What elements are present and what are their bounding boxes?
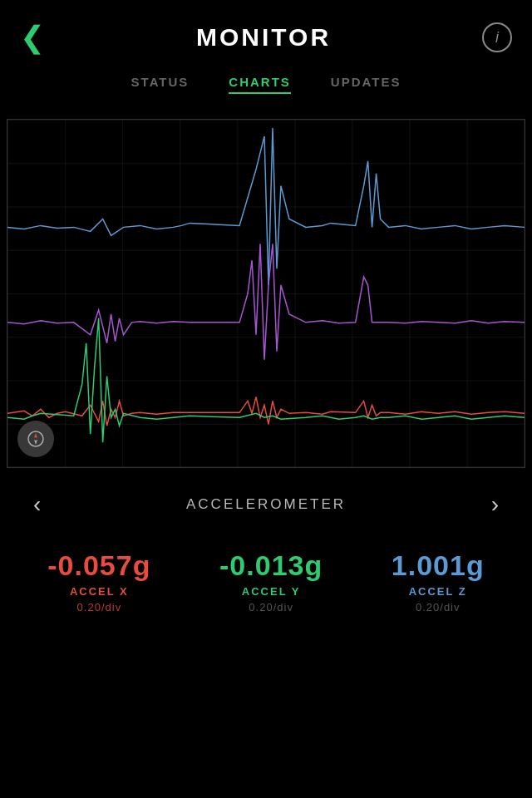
prev-chart-button[interactable]: ‹ (33, 491, 41, 518)
accel-y-number: -0.013g (219, 549, 323, 582)
tab-bar: STATUS CHARTS UPDATES (0, 66, 532, 111)
header: ❮ MONITOR i (0, 0, 532, 66)
chart-svg (7, 120, 525, 467)
tab-charts[interactable]: CHARTS (229, 75, 291, 94)
chart-nav: ‹ ACCELEROMETER › (0, 476, 532, 533)
accel-y-value: -0.013g ACCEL Y 0.20/div (219, 549, 323, 613)
next-chart-button[interactable]: › (491, 491, 499, 518)
accel-x-label: ACCEL X (70, 585, 129, 598)
chart-name-label: ACCELEROMETER (186, 496, 346, 513)
accel-y-div: 0.20/div (249, 601, 293, 613)
info-button[interactable]: i (482, 22, 512, 52)
info-icon: i (495, 29, 499, 47)
svg-marker-5 (34, 433, 37, 438)
values-row: -0.057g ACCEL X 0.20/div -0.013g ACCEL Y… (0, 533, 532, 622)
page-title: MONITOR (196, 23, 331, 52)
accel-y-label: ACCEL Y (242, 585, 301, 598)
accel-z-value: 1.001g ACCEL Z 0.20/div (392, 549, 485, 613)
tab-status[interactable]: STATUS (131, 75, 190, 94)
compass-icon (27, 430, 45, 448)
svg-marker-6 (34, 440, 37, 445)
accel-x-number: -0.057g (47, 549, 150, 582)
accel-z-div: 0.20/div (416, 601, 461, 613)
tab-updates[interactable]: UPDATES (331, 75, 401, 94)
chart-reset-button[interactable] (17, 421, 54, 457)
accel-z-label: ACCEL Z (409, 585, 467, 598)
accel-x-value: -0.057g ACCEL X 0.20/div (47, 549, 150, 613)
chart-area (7, 119, 525, 468)
accel-z-number: 1.001g (392, 549, 485, 582)
accel-x-div: 0.20/div (77, 601, 122, 613)
back-button[interactable]: ❮ (20, 22, 45, 52)
